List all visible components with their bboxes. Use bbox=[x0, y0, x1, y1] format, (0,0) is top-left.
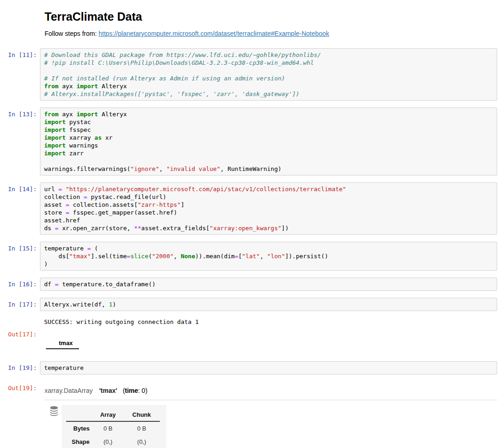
code-cell: In [15]:temperature = ( ds["tmax"].sel(t… bbox=[0, 242, 504, 271]
markdown-content: TerraClimate Data Follow steps from: htt… bbox=[40, 7, 497, 37]
code-content: url = "https://planetarycomputer.microso… bbox=[40, 182, 497, 235]
code-content: # Download this GDAL package from https:… bbox=[40, 48, 497, 101]
notebook: TerraClimate Data Follow steps from: htt… bbox=[0, 0, 504, 448]
code-text: url = "https://planetarycomputer.microso… bbox=[44, 185, 493, 232]
code-content: temperature = ( ds["tmax"].sel(time=slic… bbox=[40, 242, 497, 271]
dask-array-value: (0,) bbox=[92, 435, 124, 448]
dask-table-row: Shape(0,)(0,) bbox=[66, 435, 160, 448]
code-cell: In [14]:url = "https://planetarycomputer… bbox=[0, 182, 504, 235]
code-cell: In [16]:df = temperature.to_dataframe() bbox=[0, 278, 504, 291]
subtitle-text: Follow steps from: bbox=[45, 30, 98, 37]
dask-chunk-value: 0 B bbox=[124, 421, 160, 435]
code-cell: In [13]:from ayx import Alteryx import p… bbox=[0, 108, 504, 176]
code-editor[interactable]: url = "https://planetarycomputer.microso… bbox=[40, 182, 497, 235]
code-content: temperature bbox=[40, 361, 497, 374]
input-prompt: In [13]: bbox=[0, 108, 40, 118]
input-prompt: In [16]: bbox=[0, 278, 40, 288]
dataframe-output: tmax bbox=[46, 338, 79, 349]
dask-row-label: Shape bbox=[66, 435, 92, 448]
xarray-type-label: xarray.DataArray bbox=[45, 387, 93, 394]
code-text: # Download this GDAL package from https:… bbox=[44, 51, 493, 98]
input-prompt: In [17]: bbox=[0, 298, 40, 308]
code-text: temperature = ( ds["tmax"].sel(time=slic… bbox=[44, 244, 493, 268]
dask-table-row: Bytes0 B0 B bbox=[66, 421, 160, 435]
cells: In [11]:# Download this GDAL package fro… bbox=[0, 48, 504, 448]
dataframe-content: tmax bbox=[40, 328, 497, 349]
input-prompt: In [19]: bbox=[0, 361, 40, 372]
subtitle: Follow steps from: https://planetarycomp… bbox=[45, 30, 497, 37]
code-editor[interactable]: # Download this GDAL package from https:… bbox=[40, 48, 497, 101]
xarray-name: 'tmax' bbox=[99, 387, 117, 394]
code-text: from ayx import Alteryx import pystac im… bbox=[44, 110, 493, 173]
code-content: df = temperature.to_dataframe() bbox=[40, 278, 497, 291]
dataframe-cell: Out[17]:tmax bbox=[0, 328, 504, 349]
dask-table: ArrayChunkBytes0 B0 BShape(0,)(0,)Count1… bbox=[66, 408, 160, 448]
code-text: df = temperature.to_dataframe() bbox=[44, 280, 493, 288]
input-prompt: In [14]: bbox=[0, 182, 40, 193]
code-editor[interactable]: temperature bbox=[40, 361, 497, 374]
stream-cell: SUCCESS: writing outgoing connection dat… bbox=[0, 318, 504, 326]
code-editor[interactable]: df = temperature.to_dataframe() bbox=[40, 278, 497, 291]
code-cell: In [17]:Alteryx.write(df, 1) bbox=[0, 298, 504, 311]
page-title: TerraClimate Data bbox=[45, 10, 497, 23]
dask-table-corner bbox=[66, 408, 92, 421]
dask-array-value: 0 B bbox=[92, 421, 124, 435]
markdown-cell: TerraClimate Data Follow steps from: htt… bbox=[0, 7, 504, 37]
xarray-content: xarray.DataArray'tmax'(time: 0)ArrayChun… bbox=[40, 381, 497, 448]
xarray-dims: (time: 0) bbox=[123, 387, 147, 394]
code-text: temperature bbox=[44, 364, 493, 372]
input-prompt: In [15]: bbox=[0, 242, 40, 252]
xarray-header: xarray.DataArray'tmax'(time: 0) bbox=[45, 387, 497, 394]
output-prompt bbox=[0, 318, 40, 321]
input-prompt: In [11]: bbox=[0, 48, 40, 59]
code-content: from ayx import Alteryx import pystac im… bbox=[40, 108, 497, 176]
dask-array-repr: ArrayChunkBytes0 B0 BShape(0,)(0,)Count1… bbox=[49, 405, 497, 448]
output-prompt: Out[17]: bbox=[0, 328, 40, 338]
stream-content: SUCCESS: writing outgoing connection dat… bbox=[40, 318, 497, 326]
markdown-prompt-spacer bbox=[0, 7, 40, 10]
dask-table-panel: ArrayChunkBytes0 B0 BShape(0,)(0,)Count1… bbox=[62, 405, 166, 448]
dask-table-column-header: Chunk bbox=[124, 408, 160, 421]
code-text: Alteryx.write(df, 1) bbox=[44, 301, 493, 308]
xarray-cell: Out[19]:xarray.DataArray'tmax'(time: 0)A… bbox=[0, 381, 504, 448]
code-cell: In [19]:temperature bbox=[0, 361, 504, 374]
output-prompt: Out[19]: bbox=[0, 381, 40, 392]
dataframe-index-header bbox=[46, 338, 52, 349]
database-icon bbox=[49, 406, 59, 418]
code-editor[interactable]: Alteryx.write(df, 1) bbox=[40, 298, 497, 311]
dask-chunk-value: (0,) bbox=[124, 435, 160, 448]
dask-table-column-header: Array bbox=[92, 408, 124, 421]
dataset-link[interactable]: https://planetarycomputer.microsoft.com/… bbox=[98, 30, 329, 37]
dataframe-column-header: tmax bbox=[52, 338, 79, 349]
code-editor[interactable]: from ayx import Alteryx import pystac im… bbox=[40, 108, 497, 176]
stream-output: SUCCESS: writing outgoing connection dat… bbox=[40, 318, 497, 326]
code-editor[interactable]: temperature = ( ds["tmax"].sel(time=slic… bbox=[40, 242, 497, 271]
code-cell: In [11]:# Download this GDAL package fro… bbox=[0, 48, 504, 101]
xarray-repr: xarray.DataArray'tmax'(time: 0)ArrayChun… bbox=[40, 387, 497, 448]
dask-row-label: Bytes bbox=[66, 421, 92, 435]
xarray-divider bbox=[45, 400, 497, 400]
code-content: Alteryx.write(df, 1) bbox=[40, 298, 497, 311]
